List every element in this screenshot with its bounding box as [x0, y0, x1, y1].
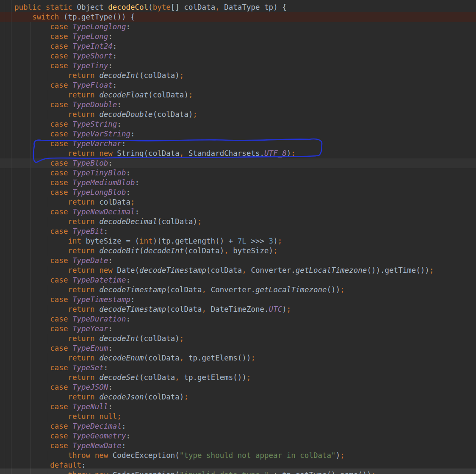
code-token — [95, 217, 100, 226]
code-line[interactable]: return decodeDouble(colData); — [0, 110, 476, 119]
code-token: : — [122, 139, 126, 148]
code-token: 3 — [269, 237, 274, 245]
code-token — [95, 412, 100, 421]
indent-guide — [30, 51, 30, 61]
code-token: : — [117, 120, 122, 128]
code-token — [14, 227, 50, 236]
code-token: default — [50, 461, 81, 469]
code-token — [68, 120, 72, 128]
code-token: (colData — [166, 305, 202, 313]
code-line[interactable]: return decodeTimestamp(colData, DateTime… — [0, 305, 476, 314]
code-token: decodeTimestamp — [99, 305, 166, 313]
horizontal-scrollbar[interactable] — [0, 468, 476, 474]
code-line[interactable]: return decodeInt(colData); — [0, 334, 476, 344]
code-token: TypeLonglong — [72, 22, 126, 31]
code-token: decodeSet — [99, 373, 139, 382]
code-line[interactable]: case TypeJSON: — [0, 383, 476, 392]
code-line[interactable]: case TypeLonglong: — [0, 22, 476, 32]
code-line[interactable]: return null; — [0, 412, 476, 421]
code-token: ; — [273, 247, 278, 255]
code-line[interactable]: case TypeBlob: — [0, 158, 476, 168]
code-line[interactable]: case TypeDuration: — [0, 314, 476, 324]
code-token: CodecException( — [108, 451, 180, 460]
code-line[interactable]: return new String(colData, StandardChars… — [0, 149, 476, 158]
code-token: decodeEnum — [99, 354, 144, 362]
code-token: , — [180, 354, 184, 362]
code-token — [14, 354, 68, 362]
code-line[interactable]: case TypeVarchar: — [0, 139, 476, 149]
code-line[interactable]: case TypeNewDate: — [0, 441, 476, 451]
code-token: TypeYear — [72, 324, 108, 333]
code-line[interactable]: case TypeBit: — [0, 227, 476, 236]
code-line[interactable]: return decodeBit(decodeInt(colData), byt… — [0, 246, 476, 256]
indent-guide — [30, 80, 30, 90]
code-line[interactable]: return new Date(decodeTimestamp(colData,… — [0, 266, 476, 275]
code-line[interactable]: case TypeNewDecimal: — [0, 207, 476, 217]
code-line[interactable]: case TypeTiny: — [0, 61, 476, 71]
code-token: byteSize) — [229, 247, 273, 255]
indent-guide — [48, 305, 48, 314]
code-line[interactable]: case TypeYear: — [0, 324, 476, 334]
code-token: null — [99, 412, 117, 421]
code-token — [14, 120, 50, 128]
code-line[interactable]: return decodeInt(colData); — [0, 71, 476, 80]
code-line[interactable]: case TypeEnum: — [0, 344, 476, 353]
code-line[interactable]: case TypeDecimal: — [0, 421, 476, 431]
code-token: ; — [197, 217, 202, 226]
code-token — [95, 91, 100, 99]
code-line[interactable]: case TypeGeometry: — [0, 431, 476, 441]
code-token: return — [68, 334, 94, 343]
code-line[interactable]: case TypeDatetime: — [0, 275, 476, 285]
code-line[interactable]: return decodeFloat(colData); — [0, 90, 476, 100]
code-token: DateTimeZone. — [206, 305, 269, 313]
code-token — [14, 32, 50, 41]
code-line[interactable]: case TypeFloat: — [0, 80, 476, 90]
code-line[interactable]: return decodeJson(colData); — [0, 392, 476, 402]
code-line[interactable]: case TypeTimestamp: — [0, 295, 476, 305]
indent-guide — [48, 90, 48, 100]
code-token — [95, 393, 100, 401]
code-token: case — [50, 324, 68, 333]
code-token: , — [215, 3, 220, 11]
code-line[interactable]: case TypeLongBlob: — [0, 188, 476, 197]
code-token — [14, 208, 50, 216]
code-token: TypeLongBlob — [72, 188, 126, 197]
code-line[interactable]: case TypeInt24: — [0, 42, 476, 51]
code-line[interactable]: return decodeSet(colData, tp.getElems())… — [0, 373, 476, 383]
code-token — [14, 42, 50, 50]
code-token: getLocalTimezone — [296, 266, 367, 274]
code-line[interactable]: case TypeDouble: — [0, 100, 476, 110]
code-line[interactable]: public static Object decodeCol(byte[] co… — [0, 3, 476, 12]
code-token — [95, 373, 100, 382]
code-token — [14, 402, 50, 411]
code-line[interactable]: case TypeString: — [0, 119, 476, 129]
code-line[interactable]: return decodeTimestamp(colData, Converte… — [0, 285, 476, 295]
code-token: decodeInt — [99, 334, 139, 343]
code-line[interactable]: case TypeVarString: — [0, 129, 476, 139]
code-line[interactable]: case TypeMediumBlob: — [0, 178, 476, 188]
code-token — [68, 344, 72, 352]
code-token: return — [68, 110, 94, 119]
code-line[interactable]: throw new CodecException("type should no… — [0, 451, 476, 460]
code-token: ; — [130, 198, 135, 206]
code-line[interactable]: case TypeShort: — [0, 51, 476, 61]
indent-guide — [30, 392, 30, 402]
code-line[interactable]: return colData; — [0, 197, 476, 207]
code-token: TypeGeometry — [72, 432, 126, 440]
code-line[interactable]: switch (tp.getType()) { — [0, 12, 476, 22]
code-token: (colData) — [153, 110, 193, 119]
code-line[interactable]: case TypeSet: — [0, 363, 476, 373]
code-line[interactable]: return decodeDecimal(colData); — [0, 217, 476, 227]
code-line[interactable]: case TypeLong: — [0, 32, 476, 42]
code-line[interactable]: int byteSize = (int)(tp.getLength() + 7L… — [0, 236, 476, 246]
code-line[interactable]: return decodeEnum(colData, tp.getElems()… — [0, 353, 476, 363]
code-line[interactable]: case TypeDate: — [0, 256, 476, 266]
code-token: 7L — [238, 237, 246, 245]
code-token: StandardCharsets. — [184, 149, 264, 158]
code-token: UTC — [269, 305, 282, 313]
code-token — [14, 81, 50, 89]
code-token — [14, 422, 50, 430]
code-line[interactable]: case TypeTinyBlob: — [0, 168, 476, 178]
code-line[interactable]: case TypeNull: — [0, 402, 476, 412]
code-token: (colData) — [157, 217, 197, 226]
